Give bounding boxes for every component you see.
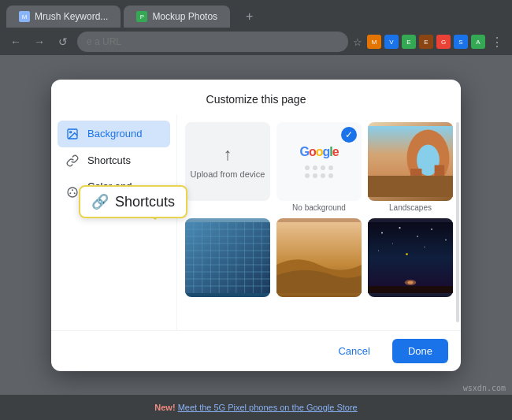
no-bg-card[interactable]: Google ✓	[276, 122, 362, 201]
tooltip-label: Shortcuts	[115, 194, 175, 210]
svg-point-34	[399, 227, 400, 229]
modal-sidebar: Background Shortcuts	[51, 114, 177, 330]
arch-svg	[368, 122, 453, 201]
desert-col	[276, 218, 362, 297]
no-bg-col: Google ✓ No background	[276, 122, 362, 212]
sidebar-shortcuts-label: Shortcuts	[87, 154, 131, 166]
sidebar-background-label: Background	[87, 128, 142, 139]
landscapes-col: Landscapes	[368, 122, 453, 212]
shortcuts-tooltip: 🔗 Shortcuts	[79, 185, 187, 218]
refresh-button[interactable]: ↺	[54, 32, 72, 51]
bottom-bar: New! Meet the 5G Pixel phones on the Goo…	[0, 395, 512, 420]
sidebar-item-shortcuts[interactable]: Shortcuts	[58, 147, 170, 174]
building-card[interactable]	[185, 218, 270, 297]
svg-point-3	[72, 189, 73, 191]
landscapes-label: Landscapes	[368, 203, 453, 212]
svg-point-36	[431, 229, 432, 230]
scrollbar[interactable]	[456, 122, 459, 322]
svg-point-40	[378, 250, 379, 251]
svg-point-43	[407, 281, 413, 284]
modal-title: Customize this page	[206, 93, 306, 106]
selected-check: ✓	[341, 127, 357, 143]
image-grid: ↑ Upload from device Google	[185, 122, 453, 297]
upload-card[interactable]: ↑ Upload from device	[185, 122, 270, 201]
address-bar-row: ← → ↺ ☆ M V E E G S A ⋮	[0, 28, 512, 55]
svg-point-41	[406, 253, 408, 255]
palette-icon	[65, 185, 80, 199]
forward-button[interactable]: →	[30, 32, 49, 51]
desert-card[interactable]	[276, 218, 362, 297]
modal-body: Background Shortcuts	[51, 114, 461, 330]
modal-header: Customize this page	[51, 80, 461, 114]
browser-chrome: M Mrush Keyword... P Mockup Photos + ← →…	[0, 0, 512, 55]
ext-icon-5[interactable]: G	[436, 35, 451, 49]
bookmark-icon[interactable]: ☆	[353, 36, 362, 48]
building-col	[185, 218, 270, 297]
svg-point-1	[70, 131, 72, 132]
customize-modal: Customize this page Background	[51, 80, 461, 371]
link-icon	[65, 154, 80, 168]
tab-2[interactable]: P Mockup Photos	[124, 6, 230, 28]
ext-icon-6[interactable]: S	[454, 35, 468, 49]
back-button[interactable]: ←	[6, 32, 25, 51]
new-tab-icon: +	[246, 9, 253, 24]
desert-svg	[276, 218, 362, 297]
ext-icon-2[interactable]: V	[384, 35, 399, 49]
bottom-bar-link[interactable]: Meet the 5G Pixel phones on the Google S…	[178, 403, 358, 412]
done-button[interactable]: Done	[392, 339, 448, 363]
ext-icon-4[interactable]: E	[419, 35, 433, 49]
ext-icon-3[interactable]: E	[402, 35, 416, 49]
svg-point-33	[381, 232, 383, 233]
content-area: ↑ Upload from device Google	[177, 114, 461, 330]
tab-bar: M Mrush Keyword... P Mockup Photos +	[0, 0, 512, 28]
svg-rect-11	[368, 176, 453, 197]
new-label: New!	[154, 403, 175, 412]
tooltip-link-icon: 🔗	[91, 193, 109, 210]
svg-point-38	[392, 243, 393, 243]
ext-icon-7[interactable]: A	[471, 35, 485, 49]
tab-2-label: Mockup Photos	[152, 11, 217, 22]
svg-point-4	[74, 192, 76, 194]
google-logo-mini: Google	[299, 145, 338, 159]
night-card[interactable]	[368, 218, 453, 297]
svg-point-2	[68, 188, 77, 197]
toolbar-icons: M V E E G S A ⋮	[367, 33, 506, 50]
tab-1[interactable]: M Mrush Keyword...	[6, 6, 121, 28]
tab-1-favicon: M	[19, 11, 30, 22]
new-tab[interactable]: +	[233, 6, 265, 28]
cancel-button[interactable]: Cancel	[322, 339, 385, 363]
modal-footer: Cancel Done	[51, 330, 461, 371]
menu-icon[interactable]: ⋮	[488, 33, 506, 50]
svg-point-35	[417, 236, 417, 236]
address-input[interactable]	[77, 32, 348, 52]
night-col	[368, 218, 453, 297]
image-icon	[65, 127, 80, 141]
dots-grid	[305, 165, 333, 178]
tab-2-favicon: P	[136, 11, 147, 22]
svg-point-37	[445, 239, 446, 240]
landscapes-card[interactable]	[368, 122, 453, 201]
svg-rect-44	[368, 286, 453, 293]
building-svg	[185, 218, 270, 297]
modal-overlay: Customize this page Background	[0, 55, 512, 395]
upload-icon: ↑	[224, 144, 232, 165]
ext-icon-1[interactable]: M	[367, 35, 381, 49]
no-bg-label: No background	[276, 203, 362, 212]
tab-1-label: Mrush Keyword...	[35, 11, 108, 22]
svg-point-5	[69, 192, 71, 194]
sidebar-item-background[interactable]: Background	[58, 121, 170, 147]
bottom-bar-text: New! Meet the 5G Pixel phones on the Goo…	[154, 403, 357, 412]
upload-label: Upload from device	[191, 169, 265, 179]
night-svg	[368, 218, 453, 297]
upload-col: ↑ Upload from device	[185, 122, 270, 212]
watermark: wsxdn.com	[463, 384, 506, 392]
svg-point-39	[424, 246, 425, 247]
